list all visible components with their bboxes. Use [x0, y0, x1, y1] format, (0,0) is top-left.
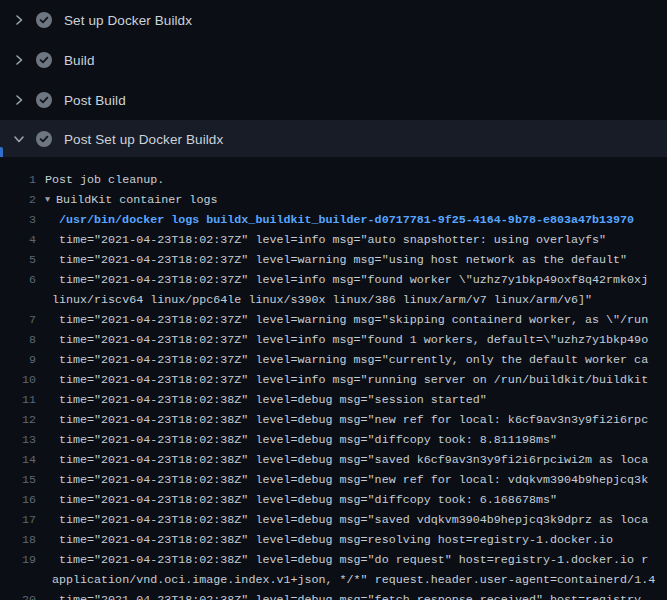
log-line: 20 time="2021-04-23T18:02:38Z" level=deb…: [0, 590, 667, 600]
step-row[interactable]: Build: [0, 40, 667, 80]
log-line-text: time="2021-04-23T18:02:37Z" level=info m…: [36, 330, 648, 350]
log-line-text: time="2021-04-23T18:02:38Z" level=debug …: [36, 490, 557, 510]
log-line-text: Post job cleanup.: [36, 170, 164, 190]
log-line-text: time="2021-04-23T18:02:37Z" level=info m…: [36, 270, 648, 290]
log-line-text: time="2021-04-23T18:02:37Z" level=info m…: [36, 230, 606, 250]
step-list: Set up Docker Buildx Build Post Build: [0, 0, 667, 157]
log-line-text: /usr/bin/docker logs buildx_buildkit_bui…: [36, 210, 634, 230]
log-line: 16 time="2021-04-23T18:02:38Z" level=deb…: [0, 490, 667, 510]
log-line-text: time="2021-04-23T18:02:37Z" level=warnin…: [36, 250, 627, 270]
log-line: 3 /usr/bin/docker logs buildx_buildkit_b…: [0, 210, 667, 230]
chevron-down-icon: [13, 133, 25, 145]
log-line-number[interactable]: 9: [0, 350, 36, 370]
log-line: linux/riscv64 linux/ppc64le linux/s390x …: [0, 290, 667, 310]
step-row[interactable]: Post Set up Docker Buildx: [0, 120, 667, 157]
chevron-right-icon: [13, 14, 25, 26]
log-line-number[interactable]: 18: [0, 530, 36, 550]
log-line: 19 time="2021-04-23T18:02:38Z" level=deb…: [0, 550, 667, 570]
log-line: 14 time="2021-04-23T18:02:38Z" level=deb…: [0, 450, 667, 470]
log-line-text: time="2021-04-23T18:02:38Z" level=debug …: [36, 430, 557, 450]
log-line: 15 time="2021-04-23T18:02:38Z" level=deb…: [0, 470, 667, 490]
log-line-number[interactable]: 15: [0, 470, 36, 490]
log-line: 8 time="2021-04-23T18:02:37Z" level=info…: [0, 330, 667, 350]
chevron-right-icon: [13, 54, 25, 66]
log-line: 10 time="2021-04-23T18:02:37Z" level=inf…: [0, 370, 667, 390]
log-line: application/vnd.oci.image.index.v1+json,…: [0, 570, 667, 590]
log-line-number[interactable]: 19: [0, 550, 36, 570]
log-line-number[interactable]: 11: [0, 390, 36, 410]
log-output: 1 Post job cleanup. 2 ▼BuildKit containe…: [0, 157, 667, 600]
log-line: 5 time="2021-04-23T18:02:37Z" level=warn…: [0, 250, 667, 270]
log-line: 1 Post job cleanup.: [0, 170, 667, 190]
log-line-text: time="2021-04-23T18:02:37Z" level=warnin…: [36, 350, 648, 370]
log-line-number[interactable]: 20: [0, 590, 36, 600]
log-line-text: time="2021-04-23T18:02:37Z" level=warnin…: [36, 310, 648, 330]
chevron-right-icon: [13, 94, 25, 106]
log-line: 6 time="2021-04-23T18:02:37Z" level=info…: [0, 270, 667, 290]
log-line-number[interactable]: 12: [0, 410, 36, 430]
log-line: 13 time="2021-04-23T18:02:38Z" level=deb…: [0, 430, 667, 450]
log-line-text: time="2021-04-23T18:02:38Z" level=debug …: [36, 530, 613, 550]
log-line: 11 time="2021-04-23T18:02:38Z" level=deb…: [0, 390, 667, 410]
log-line-number[interactable]: 6: [0, 270, 36, 290]
step-row[interactable]: Set up Docker Buildx: [0, 0, 667, 40]
log-line: 4 time="2021-04-23T18:02:37Z" level=info…: [0, 230, 667, 250]
log-line-number[interactable]: 17: [0, 510, 36, 530]
log-line-number[interactable]: 14: [0, 450, 36, 470]
log-line-text: time="2021-04-23T18:02:37Z" level=info m…: [36, 370, 648, 390]
step-label: Post Set up Docker Buildx: [64, 131, 223, 146]
log-line: 12 time="2021-04-23T18:02:38Z" level=deb…: [0, 410, 667, 430]
check-circle-icon: [36, 92, 52, 108]
log-line-number[interactable]: 16: [0, 490, 36, 510]
log-line-number[interactable]: [0, 570, 36, 590]
check-circle-icon: [36, 131, 52, 147]
log-line-number[interactable]: 8: [0, 330, 36, 350]
log-line-number[interactable]: [0, 290, 36, 310]
step-label: Post Build: [64, 93, 126, 108]
actions-log-viewer: Set up Docker Buildx Build Post Build: [0, 0, 667, 600]
log-line-number[interactable]: 4: [0, 230, 36, 250]
log-line-number[interactable]: 3: [0, 210, 36, 230]
log-line: 18 time="2021-04-23T18:02:38Z" level=deb…: [0, 530, 667, 550]
log-line-text[interactable]: ▼BuildKit container logs: [36, 190, 217, 210]
group-collapse-triangle-icon[interactable]: ▼: [45, 190, 56, 210]
log-line-text: linux/riscv64 linux/ppc64le linux/s390x …: [36, 290, 592, 310]
log-line-number[interactable]: 10: [0, 370, 36, 390]
check-circle-icon: [36, 52, 52, 68]
log-line-number[interactable]: 13: [0, 430, 36, 450]
step-label: Build: [64, 53, 95, 68]
log-line-text: time="2021-04-23T18:02:38Z" level=debug …: [36, 550, 648, 570]
log-line-text: time="2021-04-23T18:02:38Z" level=debug …: [36, 410, 648, 430]
log-line-text: time="2021-04-23T18:02:38Z" level=debug …: [36, 390, 487, 410]
log-line-number[interactable]: 7: [0, 310, 36, 330]
log-line-text: time="2021-04-23T18:02:38Z" level=debug …: [36, 450, 648, 470]
log-line-number[interactable]: 1: [0, 170, 36, 190]
log-line-text: application/vnd.oci.image.index.v1+json,…: [36, 570, 655, 590]
log-line: 9 time="2021-04-23T18:02:37Z" level=warn…: [0, 350, 667, 370]
log-line: 7 time="2021-04-23T18:02:37Z" level=warn…: [0, 310, 667, 330]
log-line-text: time="2021-04-23T18:02:38Z" level=debug …: [36, 470, 648, 490]
step-label: Set up Docker Buildx: [64, 13, 192, 28]
log-line-text: time="2021-04-23T18:02:38Z" level=debug …: [36, 510, 648, 530]
step-row[interactable]: Post Build: [0, 80, 667, 120]
log-line-number[interactable]: 5: [0, 250, 36, 270]
log-line: 2 ▼BuildKit container logs: [0, 190, 667, 210]
log-line: 17 time="2021-04-23T18:02:38Z" level=deb…: [0, 510, 667, 530]
check-circle-icon: [36, 12, 52, 28]
log-line-text: time="2021-04-23T18:02:38Z" level=debug …: [36, 590, 648, 600]
log-line-number[interactable]: 2: [0, 190, 36, 210]
